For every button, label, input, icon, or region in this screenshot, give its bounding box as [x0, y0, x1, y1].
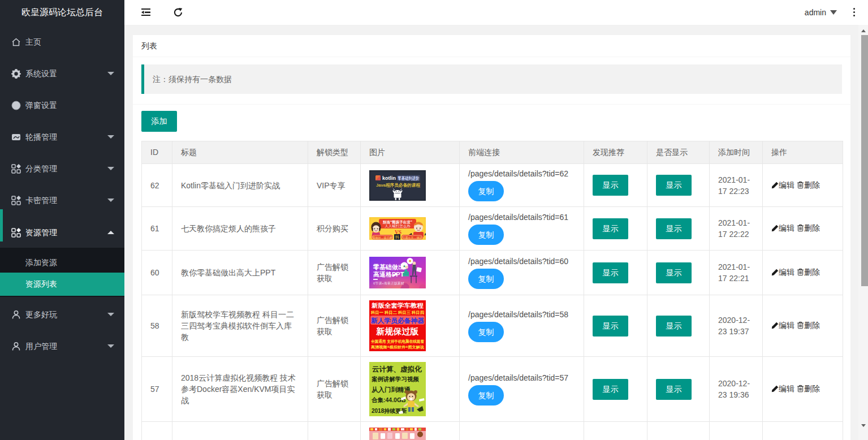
svg-text:从入门到精通: 从入门到精通 [371, 386, 411, 394]
svg-text:新人学员必备神器: 新人学员必备神器 [370, 317, 425, 325]
svg-text:合集:44.0GB: 合集:44.0GB [371, 396, 406, 403]
svg-text:零基础到进阶: 零基础到进阶 [398, 176, 420, 181]
svg-text:全国通用 支持手机电脑在线观看: 全国通用 支持手机电脑在线观看 [370, 339, 424, 344]
svg-text:高逼格PPT: 高逼格PPT [373, 271, 404, 278]
svg-text:高清视频+模拟软件+图文解说: 高清视频+模拟软件+图文解说 [371, 345, 424, 350]
svg-text:新规保过版: 新规保过版 [376, 326, 419, 336]
svg-text:抖: 抖 [395, 235, 399, 239]
svg-text:只需做对，孩子教育: 只需做对，孩子教育 [370, 236, 395, 240]
svg-text:云计算、虚拟化: 云计算、虚拟化 [372, 365, 422, 373]
svg-text:只需七天，搞定: 只需七天，搞定 [403, 236, 422, 240]
svg-text:Java程序员必备的课程: Java程序员必备的课程 [376, 182, 421, 188]
svg-text:人人喊打怎么办: 人人喊打怎么办 [385, 224, 411, 228]
svg-text:零基础做出: 零基础做出 [373, 264, 404, 270]
svg-text:kotlin: kotlin [382, 175, 396, 181]
svg-text:新版全套学车教程: 新版全套学车教程 [371, 302, 424, 309]
svg-text:科目一 科目二 科目三 科目四: 科目一 科目二 科目三 科目四 [370, 310, 424, 315]
svg-text:6节课+海量正版素材: 6节课+海量正版素材 [373, 281, 404, 286]
svg-text:案例讲解学习视频: 案例讲解学习视频 [372, 376, 420, 382]
